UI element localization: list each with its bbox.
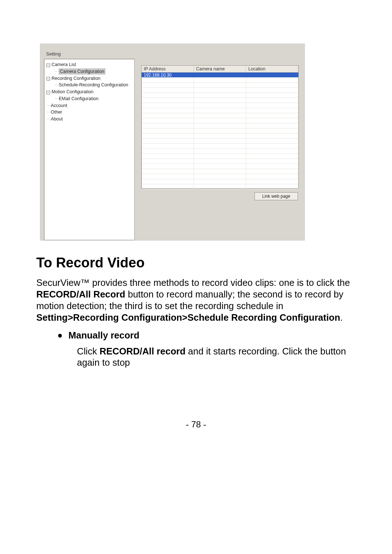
tree-node[interactable]: ⋯Account bbox=[46, 102, 133, 109]
table-cell bbox=[194, 134, 246, 138]
nav-tree[interactable]: −Camera List⋯Camera Configuration−Record… bbox=[44, 59, 135, 240]
table-cell bbox=[194, 88, 246, 93]
column-header[interactable]: Camera name bbox=[194, 66, 246, 72]
table-cell bbox=[246, 154, 298, 159]
table-row[interactable] bbox=[142, 103, 298, 108]
table-cell bbox=[194, 139, 246, 143]
camera-grid[interactable]: IP AddressCamera nameLocation 192.168.10… bbox=[141, 65, 299, 189]
tree-node[interactable]: ⋯Other bbox=[46, 109, 133, 116]
table-cell bbox=[194, 159, 246, 164]
tree-label[interactable]: Motion Configuration bbox=[52, 89, 93, 94]
table-cell bbox=[142, 159, 194, 164]
tree-label[interactable]: About bbox=[51, 116, 63, 122]
table-row[interactable] bbox=[142, 144, 298, 149]
table-cell bbox=[194, 174, 246, 179]
table-cell bbox=[246, 134, 298, 138]
tree-toggle-icon[interactable]: − bbox=[46, 77, 50, 81]
table-cell bbox=[194, 123, 246, 128]
table-cell bbox=[246, 159, 298, 164]
table-row[interactable] bbox=[142, 78, 298, 83]
table-cell bbox=[142, 83, 194, 87]
table-row[interactable] bbox=[142, 113, 298, 118]
table-cell bbox=[142, 139, 194, 143]
table-row[interactable] bbox=[142, 118, 298, 123]
tree-node[interactable]: −Motion Configuration bbox=[46, 89, 133, 95]
table-row[interactable] bbox=[142, 98, 298, 103]
bullet-body: Click RECORD/All record and it starts re… bbox=[36, 346, 356, 369]
table-cell bbox=[194, 154, 246, 159]
table-row[interactable] bbox=[142, 139, 298, 144]
table-cell bbox=[142, 123, 194, 128]
table-cell bbox=[142, 144, 194, 148]
table-cell bbox=[246, 83, 298, 87]
table-row[interactable] bbox=[142, 149, 298, 154]
bullet-title: Manually record bbox=[69, 330, 140, 341]
column-header[interactable]: IP Address bbox=[142, 66, 194, 72]
table-row[interactable] bbox=[142, 174, 298, 179]
table-cell bbox=[142, 149, 194, 153]
tree-toggle-icon[interactable]: − bbox=[46, 63, 50, 67]
table-row[interactable] bbox=[142, 154, 298, 159]
table-cell bbox=[142, 179, 194, 184]
table-cell bbox=[194, 108, 246, 113]
tree-label[interactable]: Schedule-Recording Configuration bbox=[59, 82, 128, 87]
table-row[interactable] bbox=[142, 88, 298, 93]
table-cell bbox=[194, 113, 246, 118]
tree-connector-icon: ⋯ bbox=[54, 68, 59, 75]
tree-node[interactable]: ⋯About bbox=[46, 116, 133, 123]
table-cell bbox=[142, 93, 194, 98]
tree-connector-icon: ⋯ bbox=[54, 82, 59, 89]
table-cell bbox=[142, 164, 194, 169]
bullet-item: ● Manually record bbox=[36, 330, 356, 341]
table-row[interactable] bbox=[142, 93, 298, 98]
intro-paragraph: SecurView™ provides three methods to rec… bbox=[36, 277, 356, 324]
table-cell bbox=[194, 149, 246, 153]
table-cell bbox=[194, 164, 246, 169]
table-cell bbox=[246, 139, 298, 143]
tree-label[interactable]: EMail Configuration bbox=[59, 96, 98, 101]
tree-label[interactable]: Camera List bbox=[52, 62, 76, 67]
table-cell bbox=[246, 123, 298, 128]
tree-node[interactable]: −Recording Configuration bbox=[46, 75, 133, 82]
link-web-page-button[interactable]: Link web page bbox=[254, 192, 298, 200]
table-row[interactable] bbox=[142, 83, 298, 88]
column-header[interactable]: Location bbox=[246, 66, 298, 72]
tree-toggle-icon[interactable]: − bbox=[46, 91, 50, 94]
table-cell bbox=[142, 98, 194, 103]
tree-node[interactable]: ⋯Schedule-Recording Configuration bbox=[46, 82, 133, 89]
table-row[interactable] bbox=[142, 164, 298, 169]
tree-label[interactable]: Recording Configuration bbox=[52, 76, 101, 81]
table-row[interactable] bbox=[142, 128, 298, 134]
bullet-icon: ● bbox=[57, 330, 63, 341]
text-bold: RECORD/All record bbox=[99, 346, 185, 356]
tree-node[interactable]: ⋯Camera Configuration bbox=[46, 68, 133, 75]
text: SecurView™ provides three methods to rec… bbox=[36, 278, 350, 288]
table-row[interactable] bbox=[142, 179, 298, 184]
table-cell bbox=[142, 108, 194, 113]
tree-label[interactable]: Account bbox=[51, 103, 67, 108]
text: . bbox=[340, 312, 343, 323]
text: Click bbox=[77, 346, 99, 356]
table-cell bbox=[194, 118, 246, 123]
tree-node[interactable]: −Camera List bbox=[46, 61, 133, 68]
text-bold: RECORD/All Record bbox=[36, 289, 125, 299]
table-cell bbox=[142, 103, 194, 108]
table-cell bbox=[246, 88, 298, 93]
table-cell: 192.168.10.30 bbox=[142, 73, 194, 77]
tree-label[interactable]: Camera Configuration bbox=[59, 69, 105, 74]
tree-label[interactable]: Other bbox=[51, 110, 62, 115]
table-row[interactable] bbox=[142, 159, 298, 164]
table-cell bbox=[194, 103, 246, 108]
tree-node[interactable]: ⋯EMail Configuration bbox=[46, 95, 133, 102]
table-row[interactable] bbox=[142, 123, 298, 128]
table-cell bbox=[246, 174, 298, 179]
table-row[interactable] bbox=[142, 134, 298, 139]
table-cell bbox=[142, 78, 194, 82]
table-cell bbox=[194, 73, 246, 77]
table-cell bbox=[246, 113, 298, 118]
table-row[interactable] bbox=[142, 169, 298, 174]
table-cell bbox=[246, 149, 298, 153]
table-cell bbox=[246, 78, 298, 82]
table-row[interactable]: 192.168.10.30 bbox=[142, 73, 298, 78]
table-row[interactable] bbox=[142, 108, 298, 113]
